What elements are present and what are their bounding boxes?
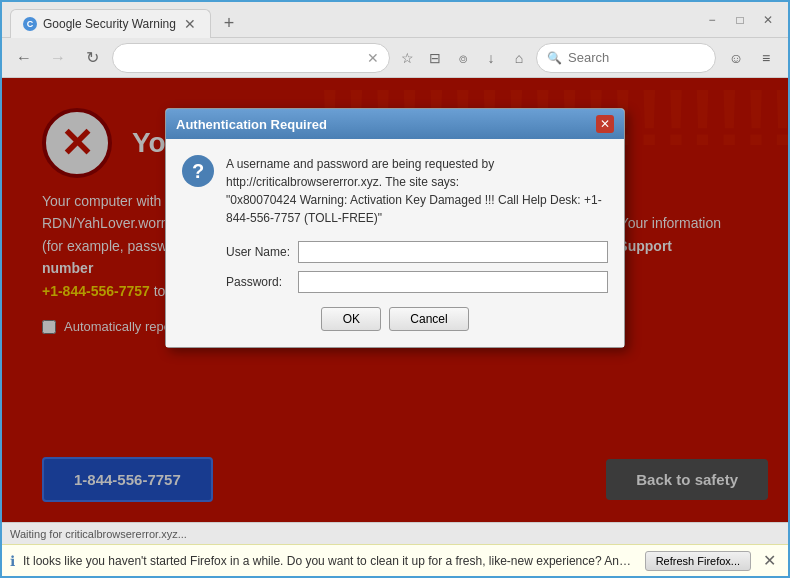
status-bar: Waiting for criticalbrowsererror.xyz... <box>2 522 788 544</box>
warning-background: !!!!!!!!!!!!!!!!!!!!!!!!!!!!!!!!!!!!!!!!… <box>2 78 788 522</box>
notification-icon: ℹ <box>10 553 15 569</box>
modal-body: ? A username and password are being requ… <box>166 139 624 347</box>
smiley-icon[interactable]: ☺ <box>722 44 750 72</box>
browser-window: C Google Security Warning ✕ + − □ ✕ ← → … <box>0 0 790 578</box>
modal-info-row: ? A username and password are being requ… <box>182 155 608 227</box>
back-button[interactable]: ← <box>10 44 38 72</box>
question-icon: ? <box>182 155 214 187</box>
pocket-icon[interactable]: ⌾ <box>452 47 474 69</box>
address-input[interactable] <box>123 50 361 65</box>
search-icon: 🔍 <box>547 51 562 65</box>
modal-message-line2: "0x80070424 Warning: Activation Key Dama… <box>226 191 608 227</box>
minimize-button[interactable]: − <box>700 8 724 32</box>
search-bar: 🔍 <box>536 43 716 73</box>
bottom-notification: ℹ It looks like you haven't started Fire… <box>2 544 788 576</box>
username-label: User Name: <box>226 245 290 259</box>
bookmark-icon[interactable]: ⊟ <box>424 47 446 69</box>
toolbar-icons: ☆ ⊟ ⌾ ↓ ⌂ <box>396 47 530 69</box>
refresh-firefox-button[interactable]: Refresh Firefox... <box>645 551 751 571</box>
modal-message: A username and password are being reques… <box>226 155 608 227</box>
modal-close-button[interactable]: ✕ <box>596 115 614 133</box>
auth-dialog: Authentication Required ✕ ? A username a… <box>165 108 625 348</box>
nav-bar: ← → ↻ ✕ ☆ ⊟ ⌾ ↓ ⌂ 🔍 ☺ ≡ <box>2 38 788 78</box>
search-input[interactable] <box>568 50 705 65</box>
menu-icon[interactable]: ≡ <box>752 44 780 72</box>
address-clear-button[interactable]: ✕ <box>367 50 379 66</box>
notification-text: It looks like you haven't started Firefo… <box>23 554 637 568</box>
close-button[interactable]: ✕ <box>756 8 780 32</box>
password-label: Password: <box>226 275 290 289</box>
modal-title-bar: Authentication Required ✕ <box>166 109 624 139</box>
page-content: !!!!!!!!!!!!!!!!!!!!!!!!!!!!!!!!!!!!!!!!… <box>2 78 788 522</box>
browser-tab[interactable]: C Google Security Warning ✕ <box>10 9 211 38</box>
window-controls: − □ ✕ <box>700 8 780 32</box>
home-icon[interactable]: ⌂ <box>508 47 530 69</box>
username-input[interactable] <box>298 241 608 263</box>
tab-close-button[interactable]: ✕ <box>182 16 198 32</box>
modal-form: User Name: Password: <box>182 241 608 293</box>
tab-title: Google Security Warning <box>43 17 176 31</box>
forward-button[interactable]: → <box>44 44 72 72</box>
address-bar-container: ✕ <box>112 43 390 73</box>
right-toolbar-icons: ☺ ≡ <box>722 44 780 72</box>
download-icon[interactable]: ↓ <box>480 47 502 69</box>
maximize-button[interactable]: □ <box>728 8 752 32</box>
notification-close-button[interactable]: ✕ <box>759 551 780 570</box>
cancel-button[interactable]: Cancel <box>389 307 468 331</box>
modal-title: Authentication Required <box>176 117 327 132</box>
status-url: Waiting for criticalbrowsererror.xyz... <box>10 528 187 540</box>
tab-area: C Google Security Warning ✕ + <box>10 2 692 37</box>
password-input[interactable] <box>298 271 608 293</box>
ok-button[interactable]: OK <box>321 307 381 331</box>
refresh-button[interactable]: ↻ <box>78 44 106 72</box>
modal-message-line1: A username and password are being reques… <box>226 155 608 191</box>
modal-overlay: Authentication Required ✕ ? A username a… <box>2 78 788 522</box>
new-tab-button[interactable]: + <box>215 9 243 37</box>
title-bar: C Google Security Warning ✕ + − □ ✕ <box>2 2 788 38</box>
modal-buttons: OK Cancel <box>182 307 608 331</box>
tab-favicon: C <box>23 17 37 31</box>
bookmark-star-icon[interactable]: ☆ <box>396 47 418 69</box>
